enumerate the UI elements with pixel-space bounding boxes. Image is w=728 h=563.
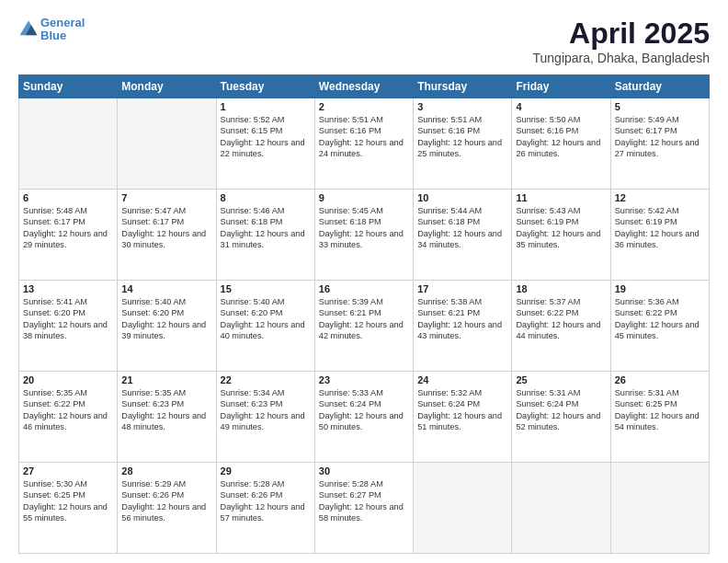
calendar-cell: 6Sunrise: 5:48 AMSunset: 6:17 PMDaylight… — [19, 190, 118, 281]
day-number: 13 — [23, 283, 113, 294]
sunrise-text: Sunrise: 5:52 AM — [221, 114, 311, 125]
sunrise-text: Sunrise: 5:35 AM — [121, 387, 211, 398]
daylight-text: Daylight: 12 hours and 43 minutes. — [417, 319, 507, 342]
day-header-sunday: Sunday — [19, 75, 118, 98]
sunset-text: Sunset: 6:21 PM — [319, 307, 409, 318]
daylight-text: Daylight: 12 hours and 27 minutes. — [615, 137, 705, 160]
day-number: 25 — [516, 374, 606, 385]
day-number: 12 — [615, 192, 705, 203]
sunrise-text: Sunrise: 5:41 AM — [23, 296, 113, 307]
sunset-text: Sunset: 6:24 PM — [516, 398, 606, 409]
calendar-cell: 28Sunrise: 5:29 AMSunset: 6:26 PMDayligh… — [118, 463, 216, 554]
logo-text: General Blue — [40, 17, 85, 43]
day-number: 20 — [23, 374, 113, 385]
calendar-cell: 3Sunrise: 5:51 AMSunset: 6:16 PMDaylight… — [414, 98, 512, 190]
sunrise-text: Sunrise: 5:40 AM — [221, 296, 311, 307]
day-header-thursday: Thursday — [414, 75, 512, 98]
calendar-cell: 13Sunrise: 5:41 AMSunset: 6:20 PMDayligh… — [19, 281, 118, 372]
calendar-cell: 4Sunrise: 5:50 AMSunset: 6:16 PMDaylight… — [512, 98, 610, 190]
day-number: 16 — [319, 283, 409, 294]
calendar-cell: 10Sunrise: 5:44 AMSunset: 6:18 PMDayligh… — [414, 190, 512, 281]
day-number: 5 — [615, 101, 705, 112]
sunrise-text: Sunrise: 5:47 AM — [121, 205, 211, 216]
daylight-text: Daylight: 12 hours and 34 minutes. — [417, 228, 507, 251]
sunset-text: Sunset: 6:16 PM — [417, 125, 507, 136]
daylight-text: Daylight: 12 hours and 57 minutes. — [221, 501, 311, 524]
page: General Blue April 2025 Tungipara, Dhaka… — [0, 0, 728, 563]
day-number: 7 — [121, 192, 211, 203]
sunset-text: Sunset: 6:24 PM — [417, 398, 507, 409]
sunset-text: Sunset: 6:17 PM — [121, 216, 211, 227]
daylight-text: Daylight: 12 hours and 40 minutes. — [221, 319, 311, 342]
sunrise-text: Sunrise: 5:50 AM — [516, 114, 606, 125]
day-number: 24 — [417, 374, 507, 385]
calendar-cell — [414, 463, 512, 554]
sunrise-text: Sunrise: 5:28 AM — [221, 478, 311, 489]
sunrise-text: Sunrise: 5:39 AM — [319, 296, 409, 307]
daylight-text: Daylight: 12 hours and 58 minutes. — [319, 501, 409, 524]
daylight-text: Daylight: 12 hours and 45 minutes. — [615, 319, 705, 342]
sunset-text: Sunset: 6:16 PM — [516, 125, 606, 136]
calendar: SundayMondayTuesdayWednesdayThursdayFrid… — [18, 75, 710, 554]
sunrise-text: Sunrise: 5:42 AM — [615, 205, 705, 216]
sunset-text: Sunset: 6:18 PM — [221, 216, 311, 227]
daylight-text: Daylight: 12 hours and 52 minutes. — [516, 410, 606, 433]
sunset-text: Sunset: 6:22 PM — [516, 307, 606, 318]
calendar-week-4: 20Sunrise: 5:35 AMSunset: 6:22 PMDayligh… — [19, 372, 710, 463]
day-number: 1 — [221, 101, 311, 112]
main-title: April 2025 — [533, 17, 711, 51]
calendar-cell: 19Sunrise: 5:36 AMSunset: 6:22 PMDayligh… — [610, 281, 709, 372]
sunrise-text: Sunrise: 5:49 AM — [615, 114, 705, 125]
calendar-week-2: 6Sunrise: 5:48 AMSunset: 6:17 PMDaylight… — [19, 190, 710, 281]
day-number: 27 — [23, 465, 113, 477]
sunrise-text: Sunrise: 5:36 AM — [615, 296, 705, 307]
calendar-cell: 26Sunrise: 5:31 AMSunset: 6:25 PMDayligh… — [610, 372, 709, 463]
sunrise-text: Sunrise: 5:34 AM — [221, 387, 311, 398]
day-header-monday: Monday — [118, 75, 216, 98]
day-number: 21 — [121, 374, 211, 385]
calendar-cell: 14Sunrise: 5:40 AMSunset: 6:20 PMDayligh… — [118, 281, 216, 372]
calendar-cell — [118, 98, 216, 190]
day-number: 11 — [516, 192, 606, 203]
day-number: 26 — [615, 374, 705, 385]
sunrise-text: Sunrise: 5:38 AM — [417, 296, 507, 307]
daylight-text: Daylight: 12 hours and 31 minutes. — [221, 228, 311, 251]
sunset-text: Sunset: 6:24 PM — [319, 398, 409, 409]
calendar-cell: 18Sunrise: 5:37 AMSunset: 6:22 PMDayligh… — [512, 281, 610, 372]
sunset-text: Sunset: 6:19 PM — [516, 216, 606, 227]
daylight-text: Daylight: 12 hours and 24 minutes. — [319, 137, 409, 160]
sunset-text: Sunset: 6:26 PM — [121, 489, 211, 500]
day-number: 19 — [615, 283, 705, 294]
sunset-text: Sunset: 6:18 PM — [417, 216, 507, 227]
day-number: 8 — [221, 192, 311, 203]
sunset-text: Sunset: 6:18 PM — [319, 216, 409, 227]
calendar-cell — [19, 98, 118, 190]
calendar-cell — [610, 463, 709, 554]
daylight-text: Daylight: 12 hours and 42 minutes. — [319, 319, 409, 342]
daylight-text: Daylight: 12 hours and 48 minutes. — [121, 410, 211, 433]
day-number: 2 — [319, 101, 409, 112]
day-number: 22 — [221, 374, 311, 385]
sunset-text: Sunset: 6:27 PM — [319, 489, 409, 500]
calendar-week-3: 13Sunrise: 5:41 AMSunset: 6:20 PMDayligh… — [19, 281, 710, 372]
daylight-text: Daylight: 12 hours and 25 minutes. — [417, 137, 507, 160]
day-number: 23 — [319, 374, 409, 385]
daylight-text: Daylight: 12 hours and 50 minutes. — [319, 410, 409, 433]
daylight-text: Daylight: 12 hours and 46 minutes. — [23, 410, 113, 433]
day-number: 29 — [221, 465, 311, 477]
sunrise-text: Sunrise: 5:51 AM — [417, 114, 507, 125]
logo-line1: General — [40, 16, 85, 29]
sunrise-text: Sunrise: 5:51 AM — [319, 114, 409, 125]
calendar-header-row: SundayMondayTuesdayWednesdayThursdayFrid… — [19, 75, 710, 98]
day-number: 28 — [121, 465, 211, 477]
sunrise-text: Sunrise: 5:40 AM — [121, 296, 211, 307]
sunrise-text: Sunrise: 5:33 AM — [319, 387, 409, 398]
day-header-wednesday: Wednesday — [314, 75, 413, 98]
calendar-cell: 23Sunrise: 5:33 AMSunset: 6:24 PMDayligh… — [314, 372, 413, 463]
daylight-text: Daylight: 12 hours and 55 minutes. — [23, 501, 113, 524]
daylight-text: Daylight: 12 hours and 51 minutes. — [417, 410, 507, 433]
title-block: April 2025 Tungipara, Dhaka, Bangladesh — [533, 17, 711, 65]
day-number: 10 — [417, 192, 507, 203]
header: General Blue April 2025 Tungipara, Dhaka… — [18, 17, 710, 65]
day-header-saturday: Saturday — [610, 75, 709, 98]
